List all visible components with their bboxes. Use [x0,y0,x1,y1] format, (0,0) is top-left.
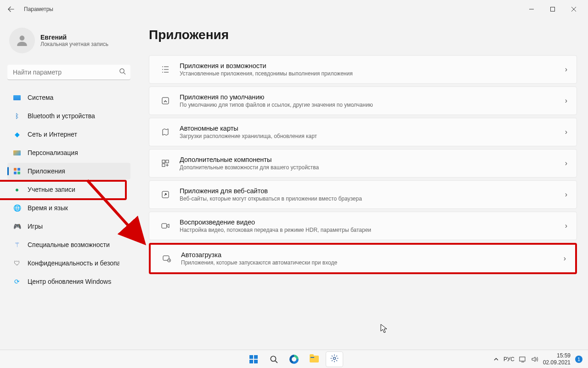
notification-badge[interactable]: 1 [575,356,582,363]
arrow-left-icon [8,6,14,12]
gamepad-icon: 🎮 [13,222,21,230]
default-icon [160,96,170,106]
card-apps-features[interactable]: Приложения и возможностиУстановленные пр… [149,55,577,84]
taskbar-edge[interactable] [285,351,303,367]
svg-rect-0 [551,7,555,12]
brush-icon [13,149,21,157]
startup-icon [162,253,172,264]
search-input[interactable] [7,64,130,80]
taskbar: РУС 15:59 02.09.2021 1 [0,350,588,368]
titlebar: Параметры [0,0,588,18]
list-icon [160,64,170,75]
svg-rect-13 [520,357,525,361]
card-default-apps[interactable]: Приложения по умолчаниюПо умолчанию для … [149,86,577,115]
chevron-right-icon: › [565,65,567,74]
apps-icon [13,167,21,175]
sidebar: Евгений Локальная учетная запись Система… [0,18,138,350]
nav-item-time[interactable]: 🌐Время и язык [7,200,130,216]
video-icon [160,221,170,231]
svg-rect-5 [166,160,169,163]
bluetooth-icon: ᛒ [13,112,21,120]
profile-sub: Локальная учетная запись [40,41,108,47]
nav-item-privacy[interactable]: 🛡Конфиденциальность и безопасность [7,255,130,271]
svg-point-11 [271,356,276,361]
start-button[interactable] [245,351,262,367]
components-icon [160,158,170,168]
close-button[interactable] [563,2,584,17]
chevron-right-icon: › [565,128,567,136]
nav-item-system[interactable]: Система [7,89,130,106]
taskbar-search[interactable] [265,351,283,367]
avatar [9,28,35,53]
svg-point-1 [20,35,25,40]
link-icon [160,190,170,200]
system-icon [13,93,21,102]
network-icon[interactable] [519,356,526,362]
page-title: Приложения [149,28,577,42]
card-video-playback[interactable]: Воспроизведение видеоНастройка видео, по… [149,212,577,240]
nav-item-personalization[interactable]: Персонализация [7,144,130,161]
search-icon [119,68,126,77]
card-startup[interactable]: АвтозагрузкаПриложения, которые запускаю… [149,243,577,274]
accessibility-icon: ⚚ [13,241,21,249]
volume-icon[interactable] [531,356,538,362]
taskbar-explorer[interactable] [305,351,323,367]
tray-chevron[interactable] [493,356,499,362]
svg-point-2 [120,69,124,73]
profile-block[interactable]: Евгений Локальная учетная запись [7,28,130,53]
nav-item-bluetooth[interactable]: ᛒBluetooth и устройства [7,108,130,124]
shield-icon: 🛡 [13,259,21,267]
svg-rect-8 [162,224,167,228]
search-box[interactable] [7,64,130,80]
nav-item-gaming[interactable]: 🎮Игры [7,218,130,235]
minimize-button[interactable] [521,2,542,17]
edge-icon [289,355,299,364]
taskbar-settings[interactable] [326,351,343,367]
clock[interactable]: 15:59 02.09.2021 [543,352,571,366]
card-offline-maps[interactable]: Автономные картыЗагрузки расположение хр… [149,118,577,146]
person-icon [15,33,29,48]
nav-item-apps[interactable]: Приложения [7,163,130,179]
window-title: Параметры [24,6,53,12]
gear-icon [330,354,339,365]
main-content: Приложения Приложения и возможностиУстан… [138,18,588,350]
svg-rect-6 [162,164,165,167]
folder-icon [310,356,319,362]
profile-name: Евгений [40,34,108,41]
wifi-icon: ◆ [13,130,21,138]
nav-item-network[interactable]: ◆Сеть и Интернет [7,126,130,143]
cursor-icon [380,324,388,335]
annotation-highlight-nav [0,180,127,200]
chevron-right-icon: › [565,222,567,230]
chevron-right-icon: › [565,159,567,167]
card-apps-websites[interactable]: Приложения для веб-сайтовВеб-сайты, кото… [149,180,577,209]
nav-item-accessibility[interactable]: ⚚Специальные возможности [7,236,130,253]
update-icon: ⟳ [13,277,21,286]
svg-point-12 [334,357,336,359]
chevron-right-icon: › [565,190,567,199]
map-icon [160,127,170,137]
windows-icon [249,355,258,363]
search-icon [270,355,278,363]
maximize-button[interactable] [542,2,563,17]
card-optional-features[interactable]: Дополнительные компонентыДополнительные … [149,149,577,178]
svg-rect-4 [162,160,165,163]
chevron-right-icon: › [565,97,567,105]
globe-icon: 🌐 [13,204,21,212]
lang-indicator[interactable]: РУС [503,356,514,362]
nav-item-update[interactable]: ⟳Центр обновления Windows [7,273,130,290]
chevron-right-icon: › [564,254,566,263]
back-button[interactable] [4,2,18,17]
